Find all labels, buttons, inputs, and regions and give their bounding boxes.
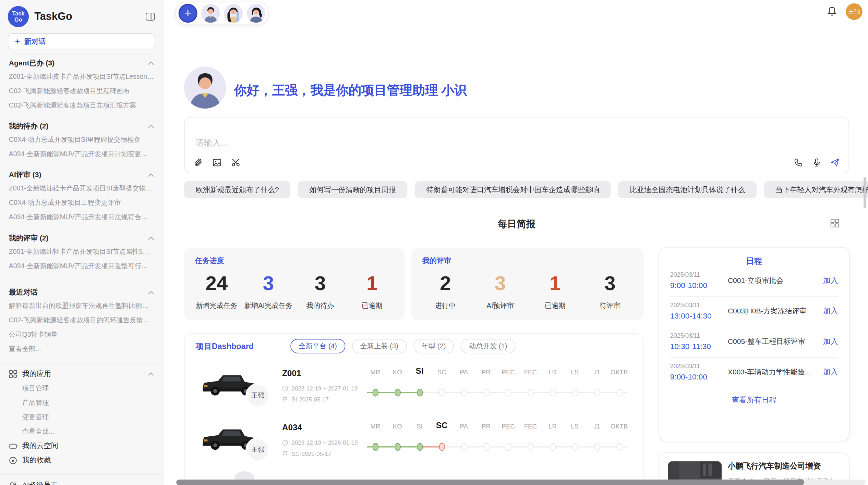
- schedule-time: 9:00-10:00: [670, 281, 728, 290]
- sidebar-collapse-icon[interactable]: [145, 12, 155, 22]
- milestone-dot-done: [417, 389, 423, 397]
- sidebar-item-favorites[interactable]: 我的收藏: [0, 453, 163, 468]
- suggestion-chip[interactable]: 特朗普可能对进口汽车增税会对中国车企造成哪些影响: [415, 181, 611, 198]
- project-row-z001[interactable]: 王强 Z001 2023-12-19 ~ 2027-01-19 SI-2025-…: [184, 362, 643, 416]
- sidebar-view-all-apps[interactable]: 查看全部...: [0, 424, 163, 439]
- section-header-recent-chats[interactable]: 最近对话: [0, 286, 163, 299]
- milestone-dot-done: [417, 443, 423, 451]
- join-link[interactable]: 加入: [823, 367, 838, 377]
- join-link[interactable]: 加入: [823, 275, 838, 285]
- layout-grid-icon[interactable]: [830, 219, 839, 228]
- schedule-event-title: C005-整车工程目标评审: [728, 336, 823, 346]
- app-title: TaskGo: [34, 11, 145, 23]
- grid-icon: [9, 370, 17, 378]
- project-dashboard-card: 项目Dashboard 全新平台 (4) 全新上装 (3) 年型 (2) 动总开…: [184, 333, 644, 485]
- vertical-scrollbar-thumb[interactable]: [864, 177, 866, 208]
- milestone-dot-done: [394, 389, 400, 397]
- daily-briefing-title: 每日简报: [498, 219, 535, 229]
- sidebar-item[interactable]: A034-全新新能源MUV产品开发项目计划变更表编写: [0, 147, 163, 161]
- filter-new-body[interactable]: 全新上装 (3): [352, 339, 407, 353]
- sidebar-item[interactable]: A034-全新新能源MUV产品开发项目法规符合性评审: [0, 210, 163, 224]
- section-header-my-review[interactable]: 我的评审 (2): [0, 232, 163, 244]
- section-header-ai-review[interactable]: AI评审 (3): [0, 169, 163, 181]
- sidebar-item-ai-staff[interactable]: AI超级员工: [0, 478, 163, 485]
- schedule-event-title: C001-立项审批会: [728, 275, 823, 285]
- project-owner-badge: 王强: [247, 385, 268, 406]
- suggestion-chip[interactable]: 比亚迪全固态电池计划具体说了什么: [618, 181, 757, 198]
- stat-pending-review: 3 待评审: [582, 272, 637, 311]
- view-all-schedule-link[interactable]: 查看所有日程: [670, 395, 838, 405]
- join-link[interactable]: 加入: [823, 306, 838, 316]
- quick-access-bar: +: [175, 2, 269, 25]
- project-row-a034[interactable]: 王强 A034 2023-12-19 ~ 2026-01-19 SC-2025-…: [184, 416, 643, 470]
- join-link[interactable]: 加入: [823, 336, 838, 346]
- suggestion-chip[interactable]: 欧洲新规最近颁布了什么?: [184, 181, 291, 198]
- scissors-icon[interactable]: [231, 158, 240, 167]
- divider: [0, 363, 163, 363]
- sidebar-item-product-mgmt[interactable]: 产品管理: [0, 395, 163, 410]
- chevron-up-icon: [148, 236, 154, 240]
- sidebar-item[interactable]: Z001-全新燃油皮卡产品开发项目SI节点Lesson Learn报告: [0, 69, 163, 84]
- sidebar-item[interactable]: 公司Q3轻卡销量: [0, 327, 163, 342]
- milestone-label: PR: [475, 369, 497, 375]
- milestone-dot: [505, 389, 511, 397]
- sidebar-item-change-mgmt[interactable]: 变更管理: [0, 410, 163, 424]
- filter-all-new-platform[interactable]: 全新平台 (4): [290, 339, 345, 353]
- user-avatar[interactable]: 王强: [846, 3, 863, 20]
- milestone-dot: [483, 389, 489, 397]
- milestone-dot: [527, 443, 533, 451]
- sidebar-view-all-chats[interactable]: 查看全部...: [0, 342, 163, 356]
- image-icon[interactable]: [212, 158, 221, 167]
- sidebar-item[interactable]: C02-飞腾新能源轻客改款项目里程碑画布: [0, 84, 163, 98]
- milestone-dot: [439, 389, 445, 397]
- notifications-bell-icon[interactable]: [827, 6, 837, 17]
- stat-ai-pre-review: 3 AI预评审: [473, 272, 528, 311]
- milestone-dot: [616, 389, 622, 397]
- sidebar-section-agent-done: Agent已办 (3) Z001-全新燃油皮卡产品开发项目SI节点Lesson …: [0, 57, 163, 113]
- milestone-label: PEC: [497, 423, 519, 430]
- sidebar-item-project-mgmt[interactable]: 项目管理: [0, 381, 163, 395]
- sidebar-item[interactable]: A034-全新新能源MUV产品开发项目造型可行性评审: [0, 259, 163, 273]
- message-composer: [184, 117, 849, 173]
- cloud-drive-icon: [9, 442, 17, 450]
- message-input[interactable]: [195, 137, 640, 148]
- add-agent-button[interactable]: +: [179, 4, 197, 23]
- chevron-up-icon: [148, 124, 154, 128]
- sidebar-item[interactable]: C02-飞腾新能源轻客改款项目的闭环通告反馈情况: [0, 313, 163, 327]
- filter-model-year[interactable]: 年型 (2): [413, 339, 454, 353]
- suggestion-chip[interactable]: 当下年轻人对汽车外观有怎样的喜好趋势: [764, 181, 868, 198]
- horizontal-scrollbar-thumb[interactable]: [176, 480, 804, 485]
- milestone-timeline: [364, 388, 630, 397]
- news-title: 小鹏飞行汽车制造公司增资: [728, 461, 840, 471]
- send-icon[interactable]: [830, 158, 840, 167]
- project-code: Z001: [282, 368, 301, 377]
- stat-overdue: 1 已逾期: [346, 272, 398, 311]
- section-header-agent-done[interactable]: Agent已办 (3): [0, 57, 163, 70]
- sidebar-item-my-apps[interactable]: 我的应用: [0, 366, 163, 381]
- agent-avatar-3[interactable]: [247, 4, 266, 23]
- milestone-label: SI: [409, 423, 431, 430]
- task-progress-card: 任务进度 24 新增完成任务 3 新增AI完成任务 3 我的待办 1 已逾期: [184, 248, 405, 320]
- sidebar-item[interactable]: C02-飞腾新能源轻客改款项目立项汇报方案: [0, 98, 163, 112]
- sidebar-item-cloud-space[interactable]: 我的云空间: [0, 439, 163, 453]
- microphone-icon[interactable]: [812, 158, 821, 167]
- sidebar-item[interactable]: C0X4-动力总成开发项目工程变更评审: [0, 196, 163, 210]
- schedule-item: 2025/03/11 13:00-14:30 C003|H0B-方案冻结评审 加…: [670, 297, 838, 327]
- sidebar-item[interactable]: Z001-全新燃油轻卡产品开发项目SI造型提交物评审: [0, 181, 163, 196]
- attachment-icon[interactable]: [193, 158, 203, 167]
- sidebar-item[interactable]: C0X4-动力总成开发项目SI里程碑提交物检查: [0, 132, 163, 147]
- new-chat-button[interactable]: + 新对话: [8, 33, 155, 49]
- phone-call-icon[interactable]: [794, 158, 803, 167]
- agent-avatar-1[interactable]: [201, 4, 220, 23]
- sidebar-item[interactable]: 解释最新出台的欧盟报废车法规再生塑料比例被调至15%...: [0, 298, 163, 313]
- agent-avatar-2[interactable]: [224, 4, 243, 23]
- filter-powertrain[interactable]: 动总开发 (1): [461, 339, 516, 353]
- milestone-dot-overdue: [439, 443, 445, 451]
- divider: [0, 474, 163, 475]
- section-header-my-todo[interactable]: 我的待办 (2): [0, 120, 163, 133]
- suggestion-chip[interactable]: 如何写一份清晰的项目周报: [298, 181, 408, 198]
- sidebar-item[interactable]: Z001-全新燃油轻卡产品开发项目SI节点属性5D文件评审: [0, 244, 163, 259]
- milestone-dot: [616, 443, 622, 451]
- sidebar-section-ai-review: AI评审 (3) Z001-全新燃油轻卡产品开发项目SI造型提交物评审 C0X4…: [0, 169, 163, 224]
- card-title: 我的评审: [422, 256, 451, 266]
